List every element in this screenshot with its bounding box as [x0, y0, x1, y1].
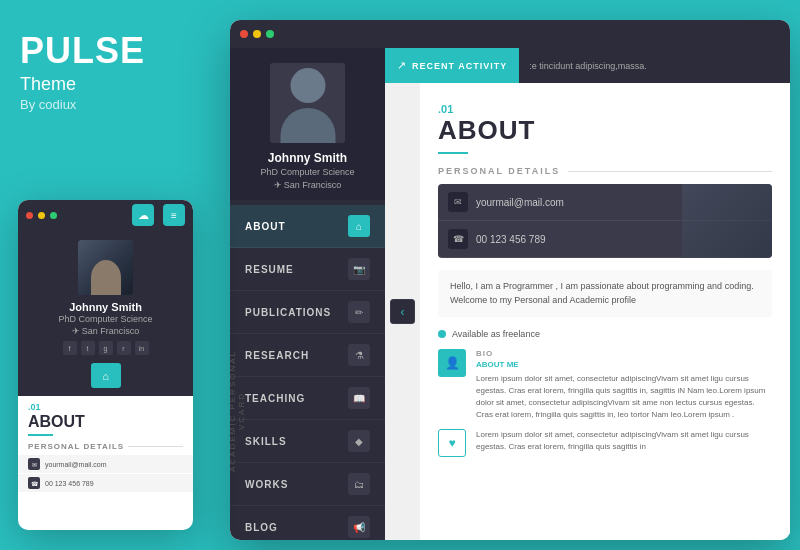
- linkedin-icon[interactable]: in: [135, 341, 149, 355]
- sidebar-name: Johnny Smith: [268, 151, 347, 165]
- desktop-dot-yellow: [253, 30, 261, 38]
- bio-card-2: ♥ Lorem ipsum dolor sit amet, consectetu…: [438, 429, 772, 457]
- personal-details-label: PERSONAL DETAILS: [438, 166, 772, 176]
- freelance-badge: Available as freelance: [438, 329, 772, 339]
- content-inner: ‹ .01 ABOUT PERSONAL DETAILS ✉ yourmail@…: [385, 83, 790, 540]
- section-title: ABOUT: [438, 115, 772, 146]
- section-number: .01: [438, 103, 772, 115]
- phone-value: 00 123 456 789: [476, 234, 546, 245]
- desktop-body: Johnny Smith PhD Computer Science ✈ San …: [230, 48, 790, 540]
- back-button[interactable]: ‹: [390, 299, 415, 324]
- sidebar-item-research[interactable]: RESEARCH ⚗: [230, 334, 385, 377]
- brand-subtitle: Theme: [20, 74, 145, 95]
- bio-label: BIO: [476, 349, 772, 358]
- mobile-email: yourmail@mail.com: [45, 461, 107, 468]
- sidebar-location-icon: ✈: [274, 180, 282, 190]
- book-nav-icon: 📖: [348, 387, 370, 409]
- sidebar-vcard-label: ACADEMIC PERSONAL VCARD: [230, 346, 246, 476]
- sidebar-avatar: [270, 63, 345, 143]
- main-content: ↗ RECENT ACTIVITY :e tincidunt adipiscin…: [385, 48, 790, 540]
- mobile-home-button[interactable]: ⌂: [91, 363, 121, 388]
- mobile-divider: [28, 434, 53, 436]
- brand-by: By codiux: [20, 97, 145, 112]
- sidebar-role: PhD Computer Science: [260, 167, 354, 177]
- content-scroll-area: .01 ABOUT PERSONAL DETAILS ✉ yourmail@ma…: [420, 83, 790, 540]
- sidebar-location: ✈ San Francisco: [274, 180, 342, 190]
- intro-section: Hello, I am a Programmer , I am passiona…: [438, 270, 772, 317]
- pencil-nav-icon: ✏: [348, 301, 370, 323]
- mobile-topbar: ☁ ≡: [18, 200, 193, 230]
- facebook-icon[interactable]: f: [63, 341, 77, 355]
- bio-text: Lorem ipsum dolor sit amet, consectetur …: [476, 373, 772, 421]
- bio-content-2: Lorem ipsum dolor sit amet, consectetur …: [476, 429, 772, 457]
- sidebar-item-blog[interactable]: BLOG 📢: [230, 506, 385, 540]
- sidebar-item-publications[interactable]: PUBLICATIONS ✏: [230, 291, 385, 334]
- mobile-dot-yellow: [38, 212, 45, 219]
- content-nav-area: ‹: [385, 83, 420, 540]
- camera-nav-icon: 📷: [348, 258, 370, 280]
- gplus-icon[interactable]: g: [99, 341, 113, 355]
- diamond-nav-icon: ◆: [348, 430, 370, 452]
- bio-content: BIO ABOUT ME Lorem ipsum dolor sit amet,…: [476, 349, 772, 421]
- desktop-topbar: [230, 20, 790, 48]
- hamburger-icon[interactable]: ≡: [163, 204, 185, 226]
- email-icon: ✉: [28, 458, 40, 470]
- phone-contact-icon: ☎: [448, 229, 468, 249]
- activity-icon: ↗: [397, 59, 406, 72]
- sidebar: Johnny Smith PhD Computer Science ✈ San …: [230, 48, 385, 540]
- content-topbar: ↗ RECENT ACTIVITY :e tincidunt adipiscin…: [385, 48, 790, 83]
- desktop-preview: Johnny Smith PhD Computer Science ✈ San …: [230, 20, 790, 540]
- recent-activity-tab[interactable]: ↗ RECENT ACTIVITY: [385, 48, 519, 83]
- mobile-avatar: [78, 240, 133, 295]
- twitter-icon[interactable]: t: [81, 341, 95, 355]
- flask-nav-icon: ⚗: [348, 344, 370, 366]
- sidebar-item-skills[interactable]: SKILLS ◆: [230, 420, 385, 463]
- mobile-location: ✈ San Francisco: [72, 326, 140, 336]
- folder-nav-icon: 🗂: [348, 473, 370, 495]
- sidebar-item-resume[interactable]: RESUME 📷: [230, 248, 385, 291]
- mobile-phone-row: ☎ 00 123 456 789: [18, 474, 193, 492]
- mobile-personal-details-label: PERSONAL DETAILS: [18, 439, 193, 454]
- brand-title: PULSE: [20, 30, 145, 72]
- recent-activity-label: RECENT ACTIVITY: [412, 61, 507, 71]
- brand-area: PULSE Theme By codiux: [20, 30, 145, 112]
- contact-card: ✉ yourmail@mail.com ☎ 00 123 456 789: [438, 184, 772, 258]
- sidebar-item-about[interactable]: ABOUT ⌂: [230, 205, 385, 248]
- mobile-section-num: .01: [18, 396, 193, 413]
- person-bio-icon: 👤: [438, 349, 466, 377]
- mobile-role: PhD Computer Science: [58, 314, 152, 324]
- mobile-phone: 00 123 456 789: [45, 480, 94, 487]
- sidebar-item-works[interactable]: WORKS 🗂: [230, 463, 385, 506]
- sidebar-profile: Johnny Smith PhD Computer Science ✈ San …: [230, 48, 385, 200]
- sidebar-nav: ABOUT ⌂ RESUME 📷 PUBLICATIONS ✏ RESEARCH…: [230, 200, 385, 540]
- email-value: yourmail@mail.com: [476, 197, 564, 208]
- activity-preview-text: :e tincidunt adipiscing,massa.: [519, 61, 647, 71]
- mobile-dot-red: [26, 212, 33, 219]
- mobile-name: Johnny Smith: [69, 301, 142, 313]
- phone-icon: ☎: [28, 477, 40, 489]
- contact-card-bg: [682, 184, 772, 258]
- section-divider: [438, 152, 468, 154]
- desktop-dot-red: [240, 30, 248, 38]
- mobile-profile-area: Johnny Smith PhD Computer Science ✈ San …: [18, 230, 193, 396]
- heart-bio-icon: ♥: [438, 429, 466, 457]
- intro-text: Hello, I am a Programmer , I am passiona…: [450, 280, 760, 307]
- bio-card: 👤 BIO ABOUT ME Lorem ipsum dolor sit ame…: [438, 349, 772, 421]
- sidebar-item-teaching[interactable]: TEACHING 📖: [230, 377, 385, 420]
- cloud-icon[interactable]: ☁: [132, 204, 154, 226]
- bio-text-2: Lorem ipsum dolor sit amet, consectetur …: [476, 429, 772, 453]
- location-icon: ✈: [72, 326, 80, 336]
- megaphone-nav-icon: 📢: [348, 516, 370, 538]
- bio-sublabel: ABOUT ME: [476, 360, 772, 369]
- mobile-email-row: ✉ yourmail@mail.com: [18, 455, 193, 473]
- mobile-preview: ☁ ≡ Johnny Smith PhD Computer Science ✈ …: [18, 200, 193, 530]
- rss-icon[interactable]: r: [117, 341, 131, 355]
- avatar-image: [78, 240, 133, 295]
- mobile-dot-green: [50, 212, 57, 219]
- freelance-indicator: [438, 330, 446, 338]
- mobile-section-title: ABOUT: [18, 413, 193, 431]
- desktop-dot-green: [266, 30, 274, 38]
- freelance-text: Available as freelance: [452, 329, 540, 339]
- home-nav-icon: ⌂: [348, 215, 370, 237]
- mobile-social-links: f t g r in: [63, 341, 149, 355]
